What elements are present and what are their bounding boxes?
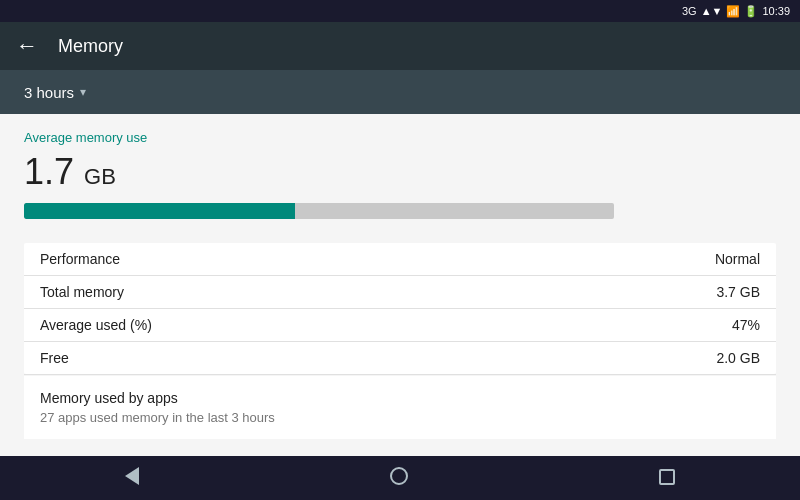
signal-icon: ▲▼ bbox=[701, 5, 723, 17]
stat-label-performance: Performance bbox=[40, 251, 120, 267]
home-circle-icon bbox=[390, 467, 408, 485]
stat-label-total-memory: Total memory bbox=[40, 284, 124, 300]
status-bar: 3G ▲▼ 📶 🔋 10:39 bbox=[0, 0, 800, 22]
stat-value-free: 2.0 GB bbox=[716, 350, 760, 366]
bottom-nav bbox=[0, 456, 800, 500]
filter-bar: 3 hours ▾ bbox=[0, 70, 800, 114]
stat-row-avg-used: Average used (%) 47% bbox=[24, 309, 776, 341]
time-filter-button[interactable]: 3 hours ▾ bbox=[16, 80, 94, 105]
recents-square-icon bbox=[659, 469, 675, 485]
stat-value-total-memory: 3.7 GB bbox=[716, 284, 760, 300]
network-indicator: 3G bbox=[682, 5, 697, 17]
back-triangle-icon bbox=[125, 467, 139, 485]
memory-progress-bar bbox=[24, 203, 614, 219]
battery-icon: 🔋 bbox=[744, 5, 758, 18]
stat-value-avg-used: 47% bbox=[732, 317, 760, 333]
memory-number: 1.7 bbox=[24, 151, 74, 192]
avg-memory-label: Average memory use bbox=[24, 130, 776, 145]
nav-back-button[interactable] bbox=[101, 459, 163, 498]
apps-section-subtitle: 27 apps used memory in the last 3 hours bbox=[40, 410, 760, 425]
memory-value: 1.7 GB bbox=[24, 151, 776, 193]
stats-wrapper: Performance Normal Total memory 3.7 GB A… bbox=[24, 243, 776, 374]
apps-section[interactable]: Memory used by apps 27 apps used memory … bbox=[24, 376, 776, 439]
memory-progress-fill bbox=[24, 203, 295, 219]
page-title: Memory bbox=[58, 36, 123, 57]
apps-section-title: Memory used by apps bbox=[40, 390, 760, 406]
clock: 10:39 bbox=[762, 5, 790, 17]
stat-row-performance: Performance Normal bbox=[24, 243, 776, 275]
nav-home-button[interactable] bbox=[366, 459, 432, 498]
stat-row-free: Free 2.0 GB bbox=[24, 342, 776, 374]
wifi-icon: 📶 bbox=[726, 5, 740, 18]
stat-value-performance: Normal bbox=[715, 251, 760, 267]
nav-bar: ← Memory bbox=[0, 22, 800, 70]
back-button[interactable]: ← bbox=[16, 35, 38, 57]
memory-unit: GB bbox=[84, 164, 116, 189]
dropdown-arrow-icon: ▾ bbox=[80, 85, 86, 99]
main-content: Average memory use 1.7 GB Performance No… bbox=[0, 114, 800, 456]
time-filter-label: 3 hours bbox=[24, 84, 74, 101]
nav-recents-button[interactable] bbox=[635, 459, 699, 498]
stat-label-avg-used: Average used (%) bbox=[40, 317, 152, 333]
status-icons: 3G ▲▼ 📶 🔋 10:39 bbox=[682, 5, 790, 18]
stat-label-free: Free bbox=[40, 350, 69, 366]
stat-row-total-memory: Total memory 3.7 GB bbox=[24, 276, 776, 308]
section-divider bbox=[24, 374, 776, 375]
